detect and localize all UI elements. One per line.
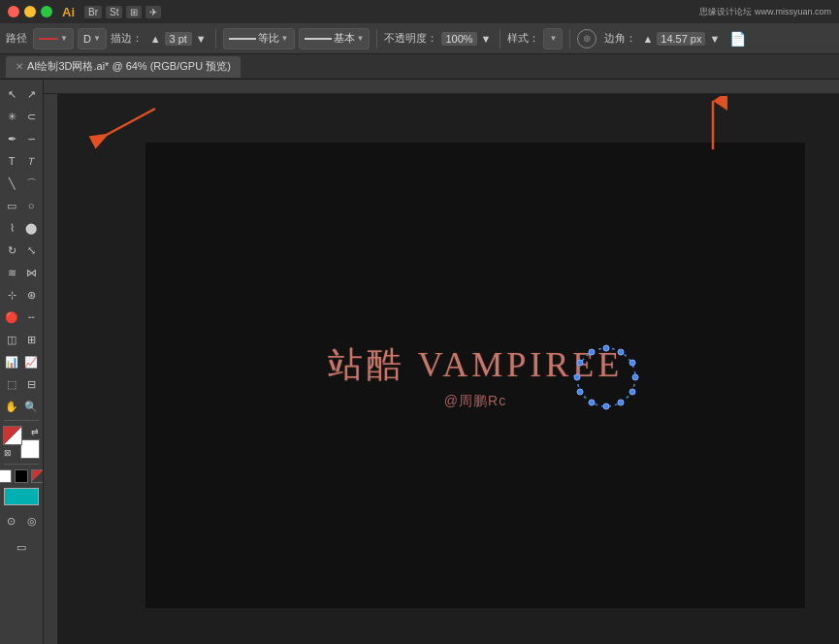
line-style2[interactable]: 基本 ▼ — [299, 28, 371, 49]
sep1 — [215, 29, 216, 48]
tool-row-type: T 𝘛 — [3, 150, 41, 172]
tool-row-gradient: ◫ ⊞ — [3, 329, 41, 350]
bottom-icon2[interactable]: ◎ — [23, 510, 42, 531]
tool-row-brush: ⌇ ⬤ — [3, 217, 41, 239]
default-colors-btn[interactable]: ⊠ — [4, 448, 12, 458]
color-mode-group — [0, 467, 44, 485]
stroke-box[interactable] — [20, 439, 40, 459]
swap-colors-btn[interactable]: ⇄ — [31, 427, 39, 436]
magic-wand-tool[interactable]: ✳ — [3, 106, 21, 127]
layout-icon[interactable]: ⊞ — [126, 6, 142, 18]
anchor-point — [603, 345, 609, 351]
tool-row-hand: ✋ 🔍 — [3, 396, 41, 417]
line-style1[interactable]: 等比 ▼ — [223, 28, 295, 49]
touch-type-tool[interactable]: 𝘛 — [22, 150, 41, 172]
angle-val[interactable]: 14.57 px — [657, 32, 705, 46]
dotted-circle-group — [567, 338, 645, 420]
fullscreen-button[interactable] — [41, 6, 52, 17]
opacity-chevron[interactable]: ▼ — [479, 32, 494, 46]
stroke-width-val[interactable]: 3 pt — [165, 32, 192, 46]
minimize-button[interactable] — [24, 6, 36, 17]
color-mode-white[interactable] — [0, 469, 12, 483]
color-mode-black[interactable] — [15, 469, 28, 483]
tool-row-rect: ▭ ○ — [3, 195, 41, 216]
canvas-area: 站酷 VAMPIREE @周鹏Rc — [44, 80, 839, 644]
stroke-up[interactable]: ▲ — [148, 32, 163, 46]
tool-row-artboard: ⬚ ⊟ — [3, 373, 41, 395]
pen-tool[interactable]: ✒ — [3, 128, 21, 149]
warp-tool[interactable]: ≋ — [3, 262, 21, 283]
hand-tool[interactable]: ✋ — [3, 396, 21, 417]
style-label: 样式： — [507, 31, 539, 46]
rotate-tool[interactable]: ↻ — [3, 240, 21, 261]
lasso-tool[interactable]: ⊂ — [22, 106, 41, 127]
bridge-icon[interactable]: Br — [84, 6, 102, 18]
close-button[interactable] — [8, 6, 19, 17]
reshape-tool[interactable]: ⋈ — [22, 262, 41, 283]
tool-row-graph: 📊 📈 — [3, 351, 41, 372]
other-graph-tool[interactable]: 📈 — [22, 351, 41, 372]
arc-tool[interactable]: ⌒ — [22, 173, 41, 194]
tool-row-rotate: ↻ ⤡ — [3, 240, 41, 261]
stroke-width-group: ▲ 3 pt ▼ — [148, 32, 209, 46]
traffic-lights — [8, 6, 52, 17]
sep4 — [569, 29, 570, 48]
stroke-color-picker[interactable]: ▼ — [33, 28, 74, 49]
tab-close-btn[interactable]: ✕ — [16, 61, 23, 72]
screen-mode-btn[interactable]: ▭ — [13, 536, 31, 558]
gradient-tool[interactable]: ◫ — [3, 329, 21, 350]
stock-icon[interactable]: St — [106, 6, 122, 18]
ellipse-tool[interactable]: ○ — [22, 195, 41, 216]
fill-box[interactable] — [3, 426, 22, 445]
app-icon: Ai — [62, 5, 75, 19]
path-label: 路径 — [6, 31, 27, 46]
anchor-point — [629, 389, 635, 395]
stroke-label: 描边： — [111, 31, 143, 46]
zoom-tool[interactable]: 🔍 — [22, 396, 41, 417]
bottom-icon1[interactable]: ⊙ — [2, 510, 20, 531]
stroke-down[interactable]: ▼ — [194, 32, 209, 46]
artboard-tool[interactable]: ⬚ — [3, 373, 21, 395]
anchor-point — [629, 360, 635, 366]
mesh-tool[interactable]: ⊞ — [22, 329, 41, 350]
eyedropper-tool[interactable]: 🔴 — [3, 306, 21, 328]
tools-panel: ↖ ↗ ✳ ⊂ ✒ ∽ T 𝘛 ╲ ⌒ ▭ ○ ⌇ ⬤ ↻ ⤡ — [0, 80, 44, 644]
send-icon[interactable]: ✈ — [145, 6, 161, 18]
puppet-warp-tool[interactable]: ⊛ — [22, 284, 41, 306]
sep2 — [376, 29, 377, 48]
brush-tool[interactable]: ⌇ — [3, 217, 21, 239]
select-tool[interactable]: ↖ — [3, 83, 21, 105]
measure-tool[interactable]: ╌ — [22, 306, 41, 328]
line-style1-chevron: ▼ — [281, 34, 289, 43]
sep3 — [500, 29, 500, 48]
column-graph-tool[interactable]: 📊 — [3, 351, 21, 372]
anchor-point — [603, 403, 609, 409]
stroke-d-label: D — [83, 33, 91, 45]
anchor-point — [577, 389, 583, 395]
style-picker[interactable]: ▼ — [543, 28, 563, 49]
artboard: 站酷 VAMPIREE @周鹏Rc — [145, 143, 805, 608]
angle-up[interactable]: ▲ — [640, 32, 655, 46]
direct-select-tool[interactable]: ↗ — [22, 83, 41, 105]
color-mode-gradient[interactable] — [31, 469, 44, 483]
canvas-inner[interactable]: 站酷 VAMPIREE @周鹏Rc — [58, 94, 839, 644]
tab-main[interactable]: ✕ AI绘制3D网格.ai* @ 64% (RGB/GPU 预览) — [6, 56, 241, 78]
artboard-color-btn[interactable] — [4, 488, 39, 505]
type-tool[interactable]: T — [3, 150, 21, 172]
line-style1-label: 等比 — [258, 31, 279, 46]
angle-down[interactable]: ▼ — [707, 32, 722, 46]
rect-tool[interactable]: ▭ — [3, 195, 21, 216]
opacity-val[interactable]: 100% — [441, 32, 476, 46]
bottom-icons-group: ⊙ ◎ — [0, 508, 44, 533]
curvature-tool[interactable]: ∽ — [22, 128, 41, 149]
globe-icon: ⊕ — [577, 29, 597, 48]
scale-tool[interactable]: ⤡ — [22, 240, 41, 261]
title-bar: Ai Br St ⊞ ✈ 思缘设计论坛 www.missyuan.com — [0, 0, 839, 23]
stroke-width-picker[interactable]: D ▼ — [78, 28, 107, 49]
slice-tool[interactable]: ⊟ — [22, 373, 41, 395]
free-transform-tool[interactable]: ⊹ — [3, 284, 21, 306]
blob-brush-tool[interactable]: ⬤ — [22, 217, 41, 239]
tab-bar: ✕ AI绘制3D网格.ai* @ 64% (RGB/GPU 预览) — [0, 54, 839, 80]
anchor-point — [589, 349, 595, 355]
line-tool[interactable]: ╲ — [3, 173, 21, 194]
